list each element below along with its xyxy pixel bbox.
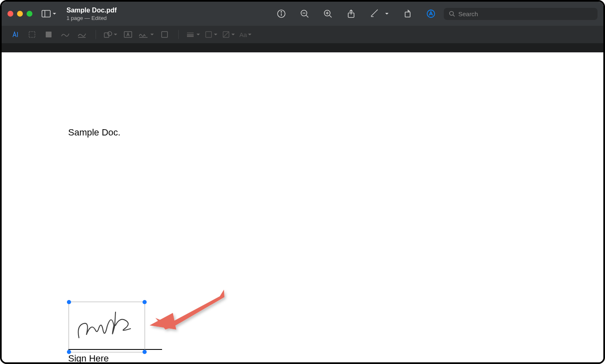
zoom-out-button[interactable] (300, 9, 309, 18)
svg-marker-35 (155, 290, 224, 330)
traffic-lights (7, 11, 32, 17)
sign-tool[interactable] (138, 30, 154, 39)
note-tool[interactable] (158, 28, 171, 41)
search-icon (449, 10, 455, 17)
toolbar-separator (178, 30, 179, 39)
chevron-down-icon (52, 12, 57, 16)
svg-rect-21 (46, 32, 52, 37)
text-box-icon (123, 30, 133, 39)
rectangular-selection-tool[interactable] (26, 28, 38, 41)
document-canvas[interactable]: Sample Doc. Sign Here (2, 52, 603, 362)
sign-here-label: Sign Here (68, 353, 109, 364)
rotate-button[interactable] (403, 9, 412, 18)
toolbar-substrip (2, 43, 603, 52)
rotate-icon (403, 9, 412, 18)
zoom-out-icon (300, 9, 309, 18)
info-icon (277, 9, 286, 18)
sketch-tool[interactable] (59, 28, 71, 41)
signature-glyph (74, 305, 140, 347)
svg-rect-20 (29, 32, 35, 37)
border-color-tool[interactable] (204, 30, 218, 39)
text-box-tool[interactable] (122, 28, 134, 41)
border-style-icon (186, 31, 195, 38)
resize-handle-tr[interactable] (143, 300, 147, 304)
chevron-down-icon (113, 32, 118, 37)
chevron-down-icon (248, 32, 252, 37)
markup-toolbar: Aa (2, 26, 603, 43)
toolbar-separator (96, 30, 96, 39)
document-heading: Sample Doc. (68, 127, 121, 138)
draw-icon (77, 30, 86, 39)
border-style-tool[interactable] (186, 31, 200, 38)
text-style-icon: Aa (239, 31, 247, 38)
resize-handle-br[interactable] (143, 350, 147, 354)
svg-rect-32 (206, 32, 212, 37)
text-style-tool[interactable]: Aa (239, 31, 252, 38)
window-titlebar: Sample Doc.pdf 1 page — Edited (2, 2, 603, 26)
sidebar-icon (42, 10, 51, 17)
search-field[interactable] (444, 8, 598, 20)
sidebar-toggle-button[interactable] (42, 10, 57, 17)
fullscreen-window-button[interactable] (27, 11, 32, 17)
svg-point-16 (450, 11, 453, 15)
svg-line-6 (306, 15, 308, 17)
svg-rect-28 (162, 32, 167, 37)
info-button[interactable] (277, 9, 286, 18)
fill-color-tool[interactable] (222, 30, 235, 39)
svg-point-4 (281, 12, 282, 12)
minimize-window-button[interactable] (17, 11, 23, 17)
sketch-icon (61, 30, 70, 39)
redact-tool[interactable] (42, 28, 55, 41)
signature-annotation[interactable] (69, 302, 145, 352)
resize-handle-tl[interactable] (67, 300, 71, 304)
zoom-in-button[interactable] (323, 9, 332, 18)
chevron-down-icon[interactable] (385, 12, 389, 16)
draw-tool[interactable] (76, 28, 88, 41)
svg-rect-0 (42, 10, 50, 17)
document-title: Sample Doc.pdf (66, 7, 117, 14)
rect-select-icon (28, 30, 36, 39)
chevron-down-icon (231, 32, 235, 37)
svg-rect-13 (405, 12, 410, 17)
svg-line-17 (453, 15, 455, 17)
share-icon (347, 9, 356, 18)
svg-line-34 (223, 32, 229, 37)
zoom-in-icon (323, 9, 332, 18)
text-cursor-icon (11, 30, 20, 39)
svg-marker-36 (150, 313, 176, 330)
note-icon (160, 30, 169, 39)
arrow-annotation-icon (147, 287, 230, 337)
markup-icon (426, 9, 435, 18)
share-button[interactable] (347, 9, 356, 18)
close-window-button[interactable] (7, 11, 13, 17)
highlight-pen-icon (370, 8, 379, 17)
chevron-down-icon (214, 32, 218, 37)
chevron-down-icon (196, 32, 200, 37)
document-subtitle: 1 page — Edited (66, 15, 117, 21)
title-block: Sample Doc.pdf 1 page — Edited (66, 7, 117, 21)
shapes-tool[interactable] (103, 30, 118, 39)
svg-line-9 (330, 15, 332, 17)
redact-icon (44, 30, 53, 39)
fill-color-icon (222, 30, 230, 39)
highlight-button[interactable] (370, 8, 379, 19)
signature-icon (138, 30, 149, 39)
markup-toggle-button[interactable] (426, 9, 435, 18)
chevron-down-icon (150, 32, 154, 37)
shapes-icon (103, 30, 113, 39)
text-selection-tool[interactable] (9, 28, 22, 41)
search-input[interactable] (458, 10, 593, 17)
svg-point-24 (108, 32, 112, 36)
border-color-icon (204, 30, 213, 39)
